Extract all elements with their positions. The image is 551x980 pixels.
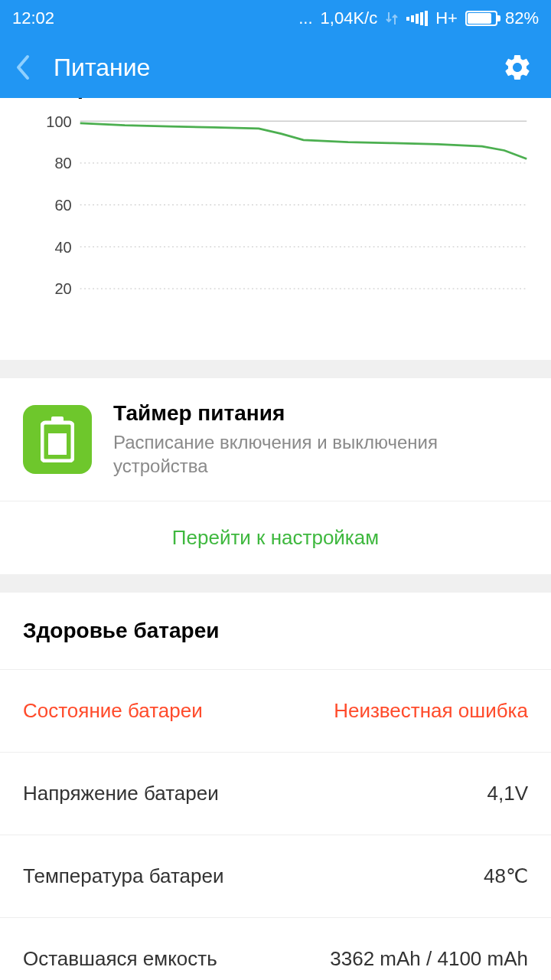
back-button[interactable] [15, 54, 46, 81]
settings-button[interactable] [502, 52, 533, 83]
svg-text:80: 80 [54, 155, 71, 172]
battery-icon [465, 11, 497, 26]
separator [0, 360, 551, 378]
network-type: H+ [435, 8, 458, 28]
status-indicators: ... 1,04K/c H+ 82% [298, 8, 539, 28]
timer-title: Таймер питания [113, 401, 528, 426]
status-bar: 12:02 ... 1,04K/c H+ 82% [0, 0, 551, 37]
health-row-label: Оставшаяся емкость [23, 947, 217, 971]
health-row[interactable]: Напряжение батареи4,1V [0, 752, 551, 835]
data-arrows-icon [385, 11, 399, 26]
more-dots-icon: ... [298, 8, 312, 28]
health-row-value: Неизвестная ошибка [334, 699, 528, 723]
health-row-label: Температура батареи [23, 864, 223, 888]
app-header: Питание [0, 37, 551, 98]
status-time: 12:02 [12, 8, 54, 28]
svg-text:20: 20 [54, 280, 71, 297]
battery-percent: 82% [505, 8, 539, 28]
health-row[interactable]: Оставшаяся емкость3362 mAh / 4100 mAh [0, 917, 551, 980]
battery-timer-icon [23, 405, 92, 474]
page-title: Питание [54, 54, 150, 82]
timer-subtitle: Расписание включения и выключения устрой… [113, 430, 528, 478]
health-row-value: 3362 mAh / 4100 mAh [330, 947, 528, 971]
signal-icon [406, 11, 428, 26]
power-timer-row[interactable]: Таймер питания Расписание включения и вы… [0, 378, 551, 501]
health-row[interactable]: Состояние батареиНеизвестная ошибка [0, 669, 551, 752]
svg-text:100: 100 [46, 113, 71, 130]
battery-health-header: Здоровье батареи [0, 593, 551, 669]
svg-text:60: 60 [54, 197, 71, 214]
chart-svg: 20406080100 [0, 107, 551, 345]
health-row[interactable]: Температура батареи48℃ [0, 835, 551, 917]
health-row-value: 4,1V [487, 782, 529, 805]
svg-text:40: 40 [54, 239, 71, 256]
health-row-label: Напряжение батареи [23, 782, 219, 805]
gear-icon [502, 52, 533, 83]
timer-text: Таймер питания Расписание включения и вы… [113, 401, 528, 478]
data-speed: 1,04K/c [321, 8, 378, 28]
go-to-settings-button[interactable]: Перейти к настройкам [0, 501, 551, 574]
battery-history-chart[interactable]: 20406080100 [0, 100, 551, 360]
health-row-value: 48℃ [484, 864, 528, 888]
health-row-label: Состояние батареи [23, 699, 203, 723]
content-area: История 20406080100 [0, 83, 551, 360]
svg-rect-12 [48, 433, 67, 455]
separator [0, 574, 551, 593]
